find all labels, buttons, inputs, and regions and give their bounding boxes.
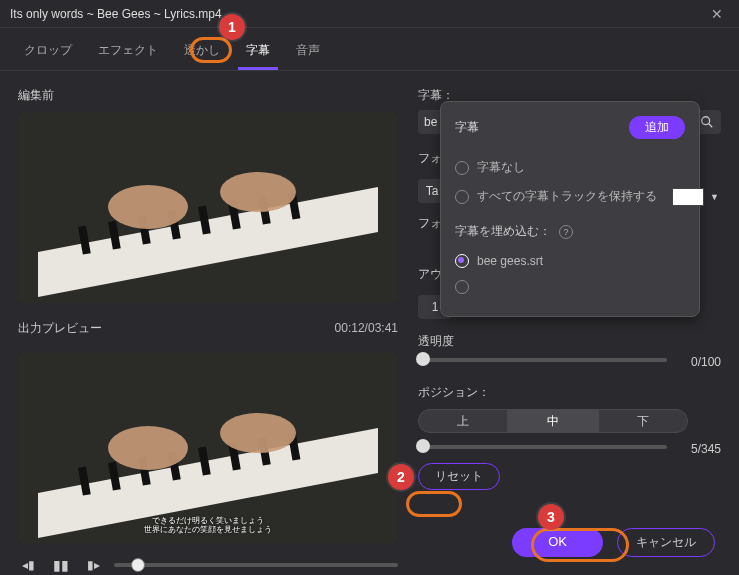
annotation-ring-1 — [190, 37, 232, 63]
next-button[interactable]: ▮▸ — [83, 554, 104, 575]
cancel-button[interactable]: キャンセル — [617, 528, 715, 557]
reset-button[interactable]: リセット — [418, 463, 500, 490]
subtitle-popover: 字幕 追加 字幕なし すべての字幕トラックを保持する 〉 字幕を埋め込む： ? — [440, 101, 700, 317]
preview-original — [18, 112, 398, 302]
help-icon[interactable]: ? — [559, 225, 573, 239]
radio-icon-checked — [455, 254, 469, 268]
seek-slider[interactable] — [114, 563, 398, 567]
piano-image — [18, 112, 398, 302]
svg-point-22 — [108, 426, 188, 470]
tab-bar: クロップ エフェクト 透かし 字幕 音声 — [0, 28, 739, 71]
opacity-slider[interactable] — [418, 358, 667, 362]
subtitle-line-1: できるだけ明るく笑いましょう — [144, 516, 272, 526]
close-icon[interactable]: ✕ — [705, 6, 729, 22]
piano-image-out — [18, 353, 398, 543]
pos-mid[interactable]: 中 — [508, 409, 598, 433]
svg-point-24 — [702, 117, 710, 125]
opacity-thumb[interactable] — [416, 352, 430, 366]
color-swatch[interactable]: ▼ — [672, 188, 719, 206]
position-segmented: 上 中 下 — [418, 409, 688, 433]
editor-window: Its only words ~ Bee Gees ~ Lyrics.mp4 ✕… — [0, 0, 739, 575]
preview-output: できるだけ明るく笑いましょう 世界にあなたの笑顔を見せましょう — [18, 353, 398, 543]
annotation-ring-2 — [406, 491, 462, 517]
output-preview-label: 出力プレビュー — [18, 320, 102, 337]
radio-keep-all[interactable]: すべての字幕トラックを保持する 〉 — [455, 182, 685, 211]
position-label: ポジション： — [418, 384, 721, 401]
opacity-section: 透明度 0/100 — [418, 333, 721, 362]
burned-subtitle: できるだけ明るく笑いましょう 世界にあなたの笑顔を見せましょう — [144, 516, 272, 535]
player-controls: ◂▮ ▮▮ ▮▸ — [18, 553, 398, 575]
radio-empty[interactable] — [455, 274, 685, 300]
pause-button[interactable]: ▮▮ — [49, 553, 73, 575]
pos-top[interactable]: 上 — [418, 409, 508, 433]
seek-thumb[interactable] — [131, 558, 145, 572]
opacity-label: 透明度 — [418, 333, 721, 350]
annotation-badge-1: 1 — [219, 14, 245, 40]
radio-icon — [455, 280, 469, 294]
radio-file-label: bee gees.srt — [477, 254, 543, 268]
tab-crop[interactable]: クロップ — [16, 36, 80, 70]
position-value: 5/345 — [671, 442, 721, 456]
content: 編集前 出力プレビュー — [0, 71, 739, 575]
right-column: 字幕： be ••• フォ Ta フォ — [418, 87, 721, 575]
radio-file[interactable]: bee gees.srt — [455, 248, 685, 274]
time-display: 00:12/03:41 — [335, 321, 398, 335]
radio-none-label: 字幕なし — [477, 159, 525, 176]
radio-none[interactable]: 字幕なし — [455, 153, 685, 182]
radio-icon — [455, 161, 469, 175]
position-thumb[interactable] — [416, 439, 430, 453]
radio-icon — [455, 190, 469, 204]
position-section: ポジション： 上 中 下 5/345 — [418, 384, 721, 449]
before-edit-label: 編集前 — [18, 87, 398, 104]
annotation-badge-3: 3 — [538, 504, 564, 530]
svg-point-11 — [220, 172, 296, 212]
position-slider[interactable] — [418, 445, 667, 449]
add-subtitle-button[interactable]: 追加 — [629, 116, 685, 139]
chevron-down-icon: ▼ — [710, 192, 719, 202]
annotation-ring-3 — [531, 528, 629, 562]
output-header: 出力プレビュー 00:12/03:41 — [18, 320, 398, 345]
swatch-white — [672, 188, 704, 206]
tab-effect[interactable]: エフェクト — [90, 36, 166, 70]
tab-audio[interactable]: 音声 — [288, 36, 328, 70]
window-title: Its only words ~ Bee Gees ~ Lyrics.mp4 — [10, 7, 222, 21]
svg-point-10 — [108, 185, 188, 229]
svg-line-25 — [709, 124, 713, 128]
subtitle-line-2: 世界にあなたの笑顔を見せましょう — [144, 525, 272, 535]
tab-subtitle[interactable]: 字幕 — [238, 36, 278, 70]
opacity-value: 0/100 — [671, 355, 721, 369]
radio-keep-label: すべての字幕トラックを保持する — [477, 188, 657, 205]
search-icon — [700, 115, 714, 129]
pos-bottom[interactable]: 下 — [598, 409, 688, 433]
prev-button[interactable]: ◂▮ — [18, 554, 39, 575]
titlebar: Its only words ~ Bee Gees ~ Lyrics.mp4 ✕ — [0, 0, 739, 28]
popover-title: 字幕 — [455, 119, 479, 136]
left-column: 編集前 出力プレビュー — [18, 87, 398, 575]
svg-point-23 — [220, 413, 296, 453]
annotation-badge-2: 2 — [388, 464, 414, 490]
embed-label: 字幕を埋め込む： ? — [455, 223, 685, 240]
